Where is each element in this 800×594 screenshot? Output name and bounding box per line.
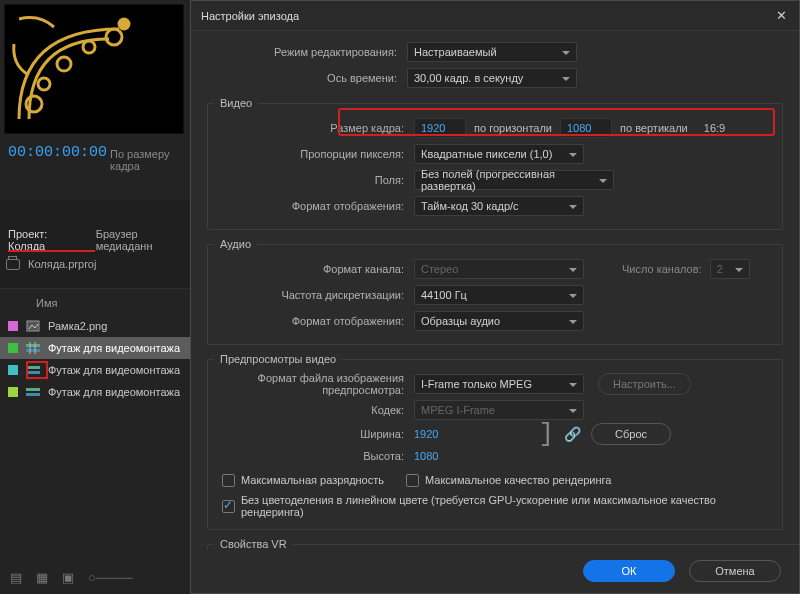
frame-aspect-label: 16:9 bbox=[696, 122, 733, 134]
sample-rate-label: Частота дискретизации: bbox=[214, 289, 414, 301]
video-display-format-label: Формат отображения: bbox=[214, 200, 414, 212]
list-item[interactable]: Футаж для видеомонтажа bbox=[0, 359, 190, 381]
video-legend: Видео bbox=[214, 97, 258, 109]
timecode-display[interactable]: 00:00:00:00 bbox=[8, 144, 107, 161]
edit-mode-label: Режим редактирования: bbox=[207, 46, 407, 58]
sequence-icon bbox=[26, 386, 40, 398]
ok-button[interactable]: ОК bbox=[583, 560, 675, 582]
item-label: Рамка2.png bbox=[48, 320, 107, 332]
project-bottom-toolbar: ▤ ▦ ▣ ○──── bbox=[0, 560, 200, 594]
close-icon[interactable]: ✕ bbox=[773, 8, 789, 23]
vr-section: Свойства VR Проекция: Нет Разметка: Моно… bbox=[207, 538, 799, 549]
project-file-name: Коляда.prproj bbox=[28, 258, 96, 270]
svg-point-3 bbox=[83, 41, 95, 53]
preview-legend: Предпросмотры видео bbox=[214, 353, 342, 365]
vr-legend: Свойства VR bbox=[214, 538, 293, 549]
frame-size-label: Размер кадра: bbox=[214, 122, 414, 134]
linear-color-checkbox[interactable]: Без цветоделения в линейном цвете (требу… bbox=[218, 494, 776, 518]
project-item-list: Рамка2.png Футаж для видеомонтажа Футаж … bbox=[0, 315, 190, 403]
svg-rect-12 bbox=[26, 371, 40, 374]
project-file-row: Коляда.prproj bbox=[6, 258, 96, 270]
sample-rate-select[interactable]: 44100 Гц bbox=[414, 285, 584, 305]
list-item[interactable]: Футаж для видеомонтажа bbox=[0, 381, 190, 403]
tab-project[interactable]: Проект: Коляда bbox=[8, 228, 82, 252]
preview-format-select[interactable]: I-Frame только MPEG bbox=[414, 374, 584, 394]
sequence-icon bbox=[26, 342, 40, 354]
fields-select[interactable]: Без полей (прогрессивная развертка) bbox=[414, 170, 614, 190]
sequence-settings-dialog: Настройки эпизода ✕ Режим редактирования… bbox=[190, 0, 800, 594]
max-bit-depth-checkbox[interactable]: Максимальная разрядность bbox=[218, 474, 384, 487]
tab-media-browser[interactable]: Браузер медиаданн bbox=[96, 228, 190, 252]
svg-rect-13 bbox=[26, 388, 40, 391]
edit-mode-select[interactable]: Настраиваемый bbox=[407, 42, 577, 62]
timebase-label: Ось времени: bbox=[207, 72, 407, 84]
preview-format-label: Формат файла изображения предпросмотра: bbox=[214, 372, 414, 396]
project-panel-tabs: Проект: Коляда Браузер медиаданн bbox=[0, 230, 190, 250]
preview-height-value[interactable]: 1080 bbox=[414, 450, 438, 462]
label-swatch bbox=[8, 365, 18, 375]
audio-legend: Аудио bbox=[214, 238, 257, 250]
dialog-title: Настройки эпизода bbox=[201, 10, 299, 22]
timebase-select[interactable]: 30,00 кадр. в секунду bbox=[407, 68, 577, 88]
dialog-footer: ОК Отмена bbox=[191, 549, 799, 593]
dialog-titlebar: Настройки эпизода ✕ bbox=[191, 1, 799, 31]
project-panel: Имя Рамка2.png Футаж для видеомонтажа bbox=[0, 288, 190, 560]
svg-rect-8 bbox=[26, 349, 40, 352]
freeform-view-icon[interactable]: ▣ bbox=[62, 570, 74, 585]
label-swatch bbox=[8, 387, 18, 397]
audio-display-format-label: Формат отображения: bbox=[214, 315, 414, 327]
bin-icon bbox=[6, 259, 20, 270]
list-item[interactable]: Футаж для видеомонтажа bbox=[0, 337, 190, 359]
frame-vertical-label: по вертикали bbox=[612, 122, 696, 134]
list-item[interactable]: Рамка2.png bbox=[0, 315, 190, 337]
fields-label: Поля: bbox=[214, 174, 414, 186]
label-swatch bbox=[8, 343, 18, 353]
zoom-fit-label[interactable]: По размеру кадра bbox=[110, 148, 190, 172]
link-icon[interactable]: 🔗 bbox=[564, 426, 581, 442]
codec-select: MPEG I-Frame bbox=[414, 400, 584, 420]
audio-display-format-select[interactable]: Образцы аудио bbox=[414, 311, 584, 331]
pixel-aspect-label: Пропорции пикселя: bbox=[214, 148, 414, 160]
list-view-icon[interactable]: ▤ bbox=[10, 570, 22, 585]
svg-point-5 bbox=[119, 19, 129, 29]
frame-height-input[interactable]: 1080 bbox=[560, 118, 612, 138]
item-label: Футаж для видеомонтажа bbox=[48, 342, 180, 354]
check-icon bbox=[222, 500, 235, 513]
active-tab-underline bbox=[8, 250, 95, 252]
cancel-button[interactable]: Отмена bbox=[689, 560, 781, 582]
configure-button: Настроить... bbox=[598, 373, 691, 395]
column-header-name[interactable]: Имя bbox=[36, 297, 57, 309]
source-preview bbox=[4, 4, 184, 134]
image-file-icon bbox=[26, 320, 40, 332]
icon-view-icon[interactable]: ▦ bbox=[36, 570, 48, 585]
svg-rect-7 bbox=[26, 344, 40, 347]
sequence-icon bbox=[26, 364, 40, 376]
svg-point-1 bbox=[38, 78, 50, 90]
channel-format-select: Стерео bbox=[414, 259, 584, 279]
svg-rect-14 bbox=[26, 393, 40, 396]
reset-button[interactable]: Сброс bbox=[591, 423, 671, 445]
svg-rect-11 bbox=[26, 366, 40, 369]
audio-section: Аудио Формат канала: Стерео Число канало… bbox=[207, 238, 783, 345]
dialog-body: Режим редактирования: Настраиваемый Ось … bbox=[191, 31, 799, 549]
ornament-preview bbox=[9, 9, 139, 129]
source-monitor-pane: 00:00:00:00 По размеру кадра bbox=[0, 0, 190, 200]
frame-width-input[interactable]: 1920 bbox=[414, 118, 466, 138]
codec-label: Кодек: bbox=[214, 404, 414, 416]
svg-point-4 bbox=[106, 29, 122, 45]
pixel-aspect-select[interactable]: Квадратные пиксели (1,0) bbox=[414, 144, 584, 164]
preview-width-label: Ширина: bbox=[214, 428, 414, 440]
zoom-slider-icon[interactable]: ○──── bbox=[88, 570, 133, 585]
channel-count-select: 2 bbox=[710, 259, 750, 279]
channel-count-label: Число каналов: bbox=[614, 263, 710, 275]
channel-format-label: Формат канала: bbox=[214, 263, 414, 275]
item-label: Футаж для видеомонтажа bbox=[48, 364, 180, 376]
preview-height-label: Высота: bbox=[214, 450, 414, 462]
max-render-quality-checkbox[interactable]: Максимальное качество рендеринга bbox=[402, 474, 611, 487]
video-display-format-select[interactable]: Тайм-код 30 кадр/с bbox=[414, 196, 584, 216]
label-swatch bbox=[8, 321, 18, 331]
preview-width-value[interactable]: 1920 bbox=[414, 428, 438, 440]
item-label: Футаж для видеомонтажа bbox=[48, 386, 180, 398]
video-section: Видео Размер кадра: 1920 по горизонтали … bbox=[207, 97, 783, 230]
preview-section: Предпросмотры видео Формат файла изображ… bbox=[207, 353, 783, 530]
